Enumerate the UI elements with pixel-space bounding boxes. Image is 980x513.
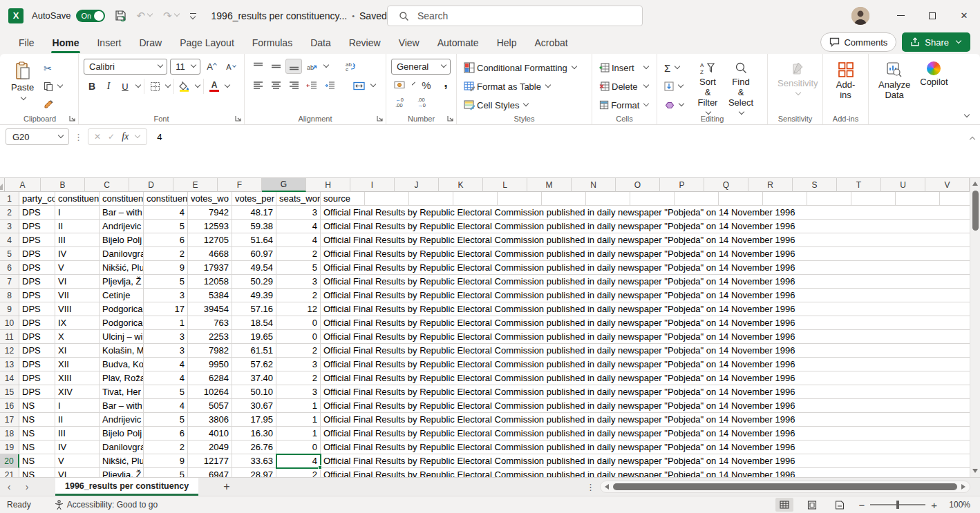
- orientation-button[interactable]: ab: [303, 59, 320, 74]
- cell[interactable]: Plav, Roža: [100, 371, 144, 385]
- cell[interactable]: 1: [276, 427, 321, 441]
- cell[interactable]: 4: [276, 233, 321, 247]
- cell[interactable]: Bar – with: [100, 399, 144, 413]
- cell[interactable]: DPS: [19, 316, 55, 330]
- cell[interactable]: III: [55, 233, 100, 247]
- cell[interactable]: [896, 192, 940, 206]
- middle-align-button[interactable]: [267, 59, 284, 74]
- decrease-decimal-button[interactable]: .00→0: [413, 95, 430, 110]
- cell[interactable]: 5384: [188, 289, 232, 302]
- cell-source-text[interactable]: Official Final Results by Republic Elect…: [321, 261, 970, 275]
- zoom-in-button[interactable]: +: [931, 500, 937, 510]
- cell[interactable]: X: [55, 330, 100, 344]
- cell[interactable]: source: [321, 192, 365, 206]
- cell-source-text[interactable]: Official Final Results by Republic Elect…: [321, 385, 970, 399]
- row-header-2[interactable]: 2: [0, 206, 19, 220]
- column-header-T[interactable]: T: [837, 178, 881, 192]
- search-input[interactable]: Search: [387, 6, 643, 26]
- cell[interactable]: [851, 192, 896, 206]
- fill-button[interactable]: [662, 78, 687, 95]
- increase-font-size-button[interactable]: A: [203, 59, 220, 75]
- cell[interactable]: DPS: [19, 289, 55, 302]
- merge-center-chevron-icon[interactable]: [370, 81, 376, 86]
- cell[interactable]: NS: [19, 427, 55, 441]
- cell[interactable]: III: [55, 427, 100, 441]
- column-header-E[interactable]: E: [173, 178, 218, 192]
- row-header-13[interactable]: 13: [0, 358, 19, 371]
- cell[interactable]: VIII: [55, 302, 100, 316]
- tab-data[interactable]: Data: [301, 34, 340, 52]
- row-header-20[interactable]: 20: [0, 454, 19, 468]
- cell[interactable]: 3806: [188, 413, 232, 427]
- cell[interactable]: NS: [19, 413, 55, 427]
- underline-button[interactable]: U: [117, 79, 133, 94]
- cell-source-text[interactable]: Official Final Results by Republic Elect…: [321, 399, 970, 413]
- cell[interactable]: 3: [276, 358, 321, 371]
- orientation-chevron-icon[interactable]: [323, 61, 329, 67]
- cell[interactable]: XIV: [55, 385, 100, 399]
- cell[interactable]: Podgorica: [100, 316, 144, 330]
- cell[interactable]: 61.51: [232, 344, 276, 358]
- increase-indent-button[interactable]: [321, 78, 338, 93]
- align-left-button[interactable]: [249, 78, 266, 93]
- cell[interactable]: DPS: [19, 233, 55, 247]
- cell-source-text[interactable]: Official Final Results by Republic Elect…: [321, 206, 970, 220]
- copy-button[interactable]: [41, 78, 66, 95]
- top-align-button[interactable]: [249, 59, 266, 74]
- decrease-indent-button[interactable]: [303, 78, 320, 93]
- row-header-9[interactable]: 9: [0, 302, 19, 316]
- column-header-A[interactable]: A: [5, 178, 41, 192]
- cell[interactable]: 4010: [188, 427, 232, 441]
- share-button[interactable]: Share: [902, 32, 970, 52]
- cell[interactable]: [498, 192, 542, 206]
- cell[interactable]: 10264: [188, 385, 232, 399]
- comma-style-button[interactable]: ,: [437, 77, 454, 93]
- cell[interactable]: II: [55, 413, 100, 427]
- column-header-I[interactable]: I: [350, 178, 395, 192]
- tab-draw[interactable]: Draw: [130, 34, 171, 52]
- sensitivity-button[interactable]: Sensitivity: [773, 59, 823, 99]
- cell[interactable]: Cetinje: [100, 289, 144, 302]
- scroll-down-icon[interactable]: [972, 469, 978, 473]
- cell[interactable]: 9: [144, 454, 188, 468]
- document-title[interactable]: 1996_results per constituency... • Saved: [211, 10, 400, 21]
- cell[interactable]: IV: [55, 441, 100, 454]
- cell[interactable]: VI: [55, 275, 100, 289]
- cell[interactable]: 19.65: [232, 330, 276, 344]
- cell[interactable]: I: [55, 206, 100, 220]
- bottom-align-button[interactable]: [285, 59, 302, 74]
- cell[interactable]: DPS: [19, 275, 55, 289]
- row-header-17[interactable]: 17: [0, 413, 19, 427]
- cell[interactable]: 5057: [188, 399, 232, 413]
- tab-page-layout[interactable]: Page Layout: [171, 34, 243, 52]
- cell[interactable]: VI: [55, 468, 100, 477]
- cell[interactable]: 2049: [188, 441, 232, 454]
- cell[interactable]: XII: [55, 358, 100, 371]
- cell[interactable]: 4: [144, 371, 188, 385]
- cell[interactable]: XIII: [55, 371, 100, 385]
- bold-button[interactable]: B: [84, 79, 100, 94]
- format-painter-button[interactable]: [41, 96, 66, 113]
- cell[interactable]: DPS: [19, 261, 55, 275]
- find-select-button[interactable]: Find & Select: [724, 59, 757, 118]
- cell[interactable]: votes_wo: [188, 192, 232, 206]
- cell[interactable]: Bijelo Polj: [100, 233, 144, 247]
- cell[interactable]: 2: [276, 468, 321, 477]
- tab-view[interactable]: View: [390, 34, 428, 52]
- scroll-right-icon[interactable]: [961, 484, 965, 490]
- user-avatar[interactable]: [851, 7, 869, 25]
- cell[interactable]: 12177: [188, 454, 232, 468]
- cell[interactable]: VII: [55, 289, 100, 302]
- cell[interactable]: 17.95: [232, 413, 276, 427]
- cell[interactable]: 3: [144, 344, 188, 358]
- cell[interactable]: 9950: [188, 358, 232, 371]
- cell-source-text[interactable]: Official Final Results by Republic Elect…: [321, 316, 970, 330]
- cell[interactable]: Bijelo Polj: [100, 427, 144, 441]
- cell[interactable]: Andrijevic: [100, 220, 144, 233]
- font-color-button[interactable]: A: [206, 79, 223, 94]
- cell[interactable]: NS: [19, 468, 55, 477]
- cell[interactable]: 0: [276, 330, 321, 344]
- borders-button[interactable]: [147, 79, 163, 94]
- name-box[interactable]: G20: [6, 128, 69, 145]
- cell[interactable]: 5: [144, 385, 188, 399]
